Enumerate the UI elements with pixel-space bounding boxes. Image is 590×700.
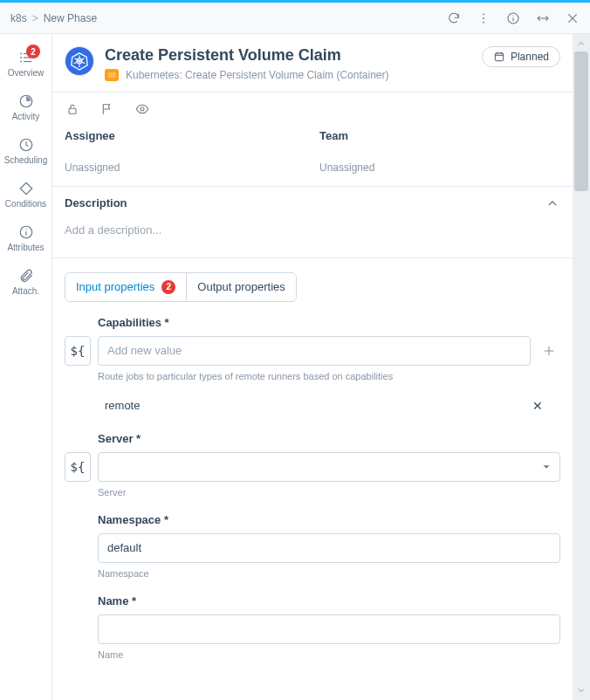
field-label: Name * [98,594,560,607]
rail-item-attach[interactable]: Attach. [0,259,51,303]
refresh-icon[interactable] [447,11,461,25]
field-capabilities: Capabilities * ${ Route jobs to particul… [65,316,560,416]
rail-label: Attributes [7,243,44,252]
namespace-input[interactable] [98,533,560,563]
diamond-icon [18,181,34,196]
scroll-up-button[interactable] [573,36,590,51]
breadcrumb-separator: > [32,12,38,24]
rail-label: Conditions [5,199,46,209]
title-bar: k8s > New Phase [0,3,590,34]
expand-horizontal-icon[interactable] [536,11,550,25]
capability-value-row: remote ✕ [105,395,536,416]
kebab-menu-icon[interactable] [477,11,491,25]
breadcrumb-leaf[interactable]: New Phase [44,12,97,24]
assignee-value[interactable]: Unassigned [65,161,305,174]
field-namespace: Namespace * Namespace [65,513,560,579]
lock-icon[interactable] [65,101,80,117]
svg-point-20 [25,229,26,230]
capabilities-input[interactable] [98,336,531,366]
task-toolbar [52,93,573,129]
svg-point-38 [141,107,144,111]
assignee-team-row: Assignee Unassigned Team Unassigned [52,129,573,186]
team-value[interactable]: Unassigned [319,161,560,174]
activity-icon [18,93,34,109]
container-chip-icon [105,69,119,81]
svg-point-5 [512,15,513,16]
team-label: Team [319,129,560,142]
field-label: Capabilities * [98,316,560,329]
field-help-text: Route jobs to particular types of remote… [98,371,560,381]
page-title: Create Persistent Volume Claim [105,46,388,65]
status-pill[interactable]: Planned [482,46,560,67]
tab-input-properties[interactable]: Input properties 2 [65,273,187,301]
description-label: Description [65,196,127,209]
page-subtitle: Kubernetes: Create Persistent Volume Cla… [126,69,388,81]
titlebar-actions [447,11,580,25]
rail-label: Attach. [12,286,39,296]
description-placeholder[interactable]: Add a description... [65,211,560,242]
input-tab-badge: 2 [161,280,175,294]
field-label: Server * [98,432,560,445]
scrollbar-thumb[interactable] [574,51,588,191]
tab-label: Input properties [76,280,154,293]
chevron-up-icon[interactable] [545,196,560,211]
rail-item-attributes[interactable]: Attributes [0,216,51,259]
main-content: Create Persistent Volume Claim Kubernete… [52,34,573,700]
calendar-icon [493,51,505,63]
scroll-down-button[interactable] [573,683,590,698]
page-header: Create Persistent Volume Claim Kubernete… [52,34,573,93]
overview-badge: 2 [26,45,40,58]
rail-item-overview[interactable]: 2 Overview [0,41,51,85]
divider [52,257,573,258]
rail-item-conditions[interactable]: Conditions [0,172,51,216]
svg-point-13 [20,57,22,58]
svg-point-1 [483,17,484,19]
field-help-text: Name [98,649,560,660]
svg-rect-37 [69,108,76,113]
server-select[interactable] [98,452,560,482]
close-icon[interactable] [566,11,580,25]
status-label: Planned [511,51,549,63]
info-icon[interactable] [506,11,520,25]
flag-icon[interactable] [99,101,115,117]
field-name: Name * Name [65,594,560,660]
svg-point-14 [20,61,22,63]
breadcrumb-root[interactable]: k8s [10,12,27,24]
svg-marker-41 [544,465,550,469]
breadcrumb: k8s > New Phase [10,12,97,24]
tab-label: Output properties [197,280,285,293]
rail-item-activity[interactable]: Activity [0,85,51,128]
caret-down-icon [540,461,552,473]
svg-point-2 [483,21,484,23]
svg-point-0 [483,13,484,15]
field-help-text: Namespace [98,568,560,579]
rail-item-scheduling[interactable]: Scheduling [0,128,51,172]
add-value-button[interactable] [538,340,560,362]
field-server: Server * ${ Server [65,432,560,498]
input-properties-form: Capabilities * ${ Route jobs to particul… [52,316,573,693]
field-help-text: Server [98,487,560,498]
svg-marker-17 [20,182,32,195]
svg-point-12 [20,53,22,55]
capability-value: remote [105,399,140,412]
rail-label: Overview [8,68,45,78]
variable-chip-button[interactable]: ${ [65,452,91,482]
attachment-icon [18,268,34,284]
variable-chip-button[interactable]: ${ [65,336,91,366]
eye-icon[interactable] [134,101,150,117]
properties-tabs: Input properties 2 Output properties [65,272,297,302]
scrollbar[interactable] [573,34,590,700]
name-input[interactable] [98,614,560,644]
rail-label: Scheduling [4,155,47,165]
assignee-label: Assignee [65,129,305,142]
svg-rect-33 [495,53,503,61]
kubernetes-logo-icon [65,46,94,76]
info-icon [18,224,34,240]
field-label: Namespace * [98,513,560,526]
remove-value-button[interactable]: ✕ [529,395,546,416]
tab-output-properties[interactable]: Output properties [187,273,295,301]
clock-icon [18,137,34,153]
left-rail: 2 Overview Activity Scheduling Condition… [0,34,52,700]
rail-label: Activity [12,112,40,121]
scrollbar-track[interactable] [573,51,590,683]
